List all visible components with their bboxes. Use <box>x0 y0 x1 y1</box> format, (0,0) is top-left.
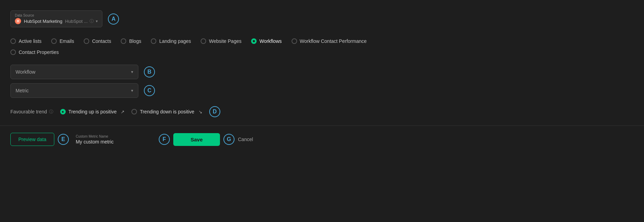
tab-contact-properties[interactable]: Contact Properties <box>10 48 59 56</box>
data-source-info: H HubSpot Marketing HubSpot ... ⓘ ▾ <box>15 18 98 24</box>
tabs-row-1: Active lists Emails Contacts Blogs Landi… <box>10 37 634 45</box>
tab-emails[interactable]: Emails <box>51 37 74 45</box>
tab-workflow-contact-performance-label: Workflow Contact Performance <box>300 38 367 44</box>
radio-workflow-contact-performance <box>292 38 297 44</box>
tab-blogs[interactable]: Blogs <box>121 37 141 45</box>
tab-contacts-label: Contacts <box>92 38 111 44</box>
tab-active-lists[interactable]: Active lists <box>10 37 42 45</box>
data-source-dropdown[interactable]: Data Source H HubSpot Marketing HubSpot … <box>10 10 102 27</box>
radio-contact-properties <box>10 49 16 55</box>
trend-up-icon: ↗ <box>121 109 125 114</box>
data-source-row: Data Source H HubSpot Marketing HubSpot … <box>10 10 634 27</box>
trend-down-label: Trending down is positive <box>140 109 194 114</box>
metric-dropdown-row: Metric ▾ C <box>10 83 634 98</box>
cancel-button[interactable]: Cancel <box>238 137 253 142</box>
tab-landing-pages[interactable]: Landing pages <box>151 37 191 45</box>
preview-data-button[interactable]: Preview data <box>10 133 54 146</box>
preview-row: Preview data E <box>10 133 69 146</box>
tab-blogs-label: Blogs <box>129 38 141 44</box>
tab-contact-properties-label: Contact Properties <box>19 49 59 55</box>
trend-up-label: Trending up is positive <box>68 109 117 114</box>
trend-down-radio <box>131 109 137 114</box>
tab-workflow-contact-performance[interactable]: Workflow Contact Performance <box>292 37 367 45</box>
data-source-value: H HubSpot Marketing HubSpot ... <box>15 18 88 24</box>
workflow-placeholder: Workflow <box>16 69 35 75</box>
annotation-b: B <box>144 66 155 77</box>
trend-row: Favourable trend ⓘ Trending up is positi… <box>10 106 634 117</box>
tab-active-lists-label: Active lists <box>19 38 42 44</box>
tab-workflows-label: Workflows <box>259 38 282 44</box>
datasource-subtitle: HubSpot ... <box>65 19 88 24</box>
custom-metric-sublabel: Custom Metric Name <box>76 135 152 138</box>
radio-landing-pages <box>151 38 156 44</box>
bottom-bar: Preview data E Custom Metric Name My cus… <box>10 133 634 153</box>
metric-chevron-icon: ▾ <box>131 88 133 93</box>
radio-active-lists <box>10 38 16 44</box>
trend-down-option[interactable]: Trending down is positive ↘ <box>131 109 202 114</box>
save-button[interactable]: Save <box>173 133 220 146</box>
trend-up-radio <box>60 109 66 114</box>
trend-down-icon: ↘ <box>199 109 202 114</box>
tabs-row-2: Contact Properties <box>10 48 634 56</box>
metric-dropdown[interactable]: Metric ▾ <box>10 83 138 98</box>
save-row: F Save G Cancel <box>159 133 253 146</box>
workflow-dropdown[interactable]: Workflow ▾ <box>10 65 138 79</box>
radio-website-pages <box>201 38 206 44</box>
tab-contacts[interactable]: Contacts <box>84 37 111 45</box>
data-source-label: Data Source <box>15 13 98 17</box>
annotation-e: E <box>58 134 69 145</box>
radio-blogs <box>121 38 126 44</box>
tab-website-pages-label: Website Pages <box>209 38 241 44</box>
hubspot-icon: H <box>15 18 21 24</box>
metric-placeholder: Metric <box>16 88 29 93</box>
info-icon[interactable]: ⓘ <box>90 18 94 24</box>
tab-workflows[interactable]: Workflows <box>251 37 282 45</box>
radio-contacts <box>84 38 89 44</box>
annotation-g: G <box>223 134 234 145</box>
main-container: Data Source H HubSpot Marketing HubSpot … <box>0 0 644 153</box>
custom-metric-value: My custom metric <box>76 139 152 145</box>
radio-emails <box>51 38 57 44</box>
dropdowns-section: Workflow ▾ B Metric ▾ C <box>10 65 634 98</box>
tab-landing-pages-label: Landing pages <box>159 38 191 44</box>
tab-emails-label: Emails <box>59 38 74 44</box>
trend-up-option[interactable]: Trending up is positive ↗ <box>60 109 125 114</box>
trend-info-icon[interactable]: ⓘ <box>49 109 53 115</box>
tab-website-pages[interactable]: Website Pages <box>201 37 241 45</box>
annotation-c: C <box>144 85 155 96</box>
annotation-f: F <box>159 134 170 145</box>
custom-metric-field[interactable]: Custom Metric Name My custom metric <box>76 135 152 145</box>
section-divider <box>0 126 644 126</box>
annotation-a: A <box>108 13 119 25</box>
trend-label: Favourable trend ⓘ <box>10 109 53 115</box>
annotation-d: D <box>209 106 220 117</box>
workflow-chevron-icon: ▾ <box>131 70 133 74</box>
chevron-down-icon: ▾ <box>96 19 98 24</box>
datasource-name: HubSpot Marketing <box>24 19 62 24</box>
workflow-dropdown-row: Workflow ▾ B <box>10 65 634 79</box>
radio-workflows <box>251 38 257 44</box>
